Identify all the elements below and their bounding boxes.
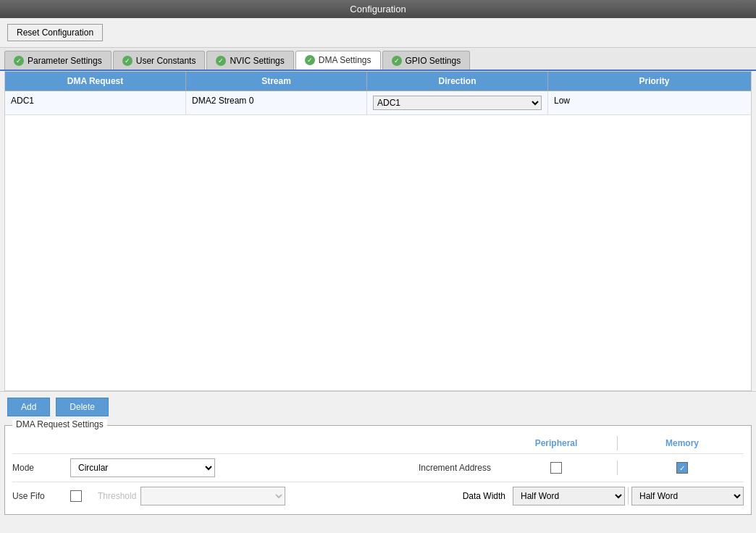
title-bar: Configuration: [0, 0, 756, 18]
cell-priority: Low: [548, 91, 756, 114]
tab-parameter-label: Parameter Settings: [28, 56, 102, 66]
tab-gpio[interactable]: ✓ GPIO Settings: [382, 51, 471, 70]
mode-label: Mode: [12, 463, 70, 473]
direction-select[interactable]: ADC1: [373, 96, 542, 110]
mode-control: Circular Normal: [70, 458, 244, 477]
use-fifo-checkbox[interactable]: [70, 490, 82, 502]
table-empty-area: [5, 115, 751, 390]
data-width-label: Data Width: [463, 491, 505, 501]
cell-stream: DMA2 Stream 0: [186, 91, 367, 114]
data-width-peripheral-select[interactable]: Half Word Byte Word: [513, 487, 625, 505]
tabs-bar: ✓ Parameter Settings ✓ User Constants ✓ …: [0, 48, 756, 71]
threshold-label: Threshold: [98, 491, 136, 501]
mode-select[interactable]: Circular Normal: [70, 458, 215, 477]
peripheral-column-header: Peripheral: [498, 438, 614, 448]
memory-column-header: Memory: [621, 438, 744, 448]
delete-button[interactable]: Delete: [56, 398, 109, 416]
tab-nvic[interactable]: ✓ NVIC Settings: [206, 51, 293, 70]
data-width-memory-select[interactable]: Half Word Byte Word: [631, 487, 744, 505]
col-header-stream: Stream: [186, 72, 367, 91]
add-button[interactable]: Add: [7, 398, 50, 416]
tab-user-constants[interactable]: ✓ User Constants: [113, 51, 206, 70]
mode-row: Mode Circular Normal Increment Address: [12, 453, 744, 482]
tab-gpio-icon: ✓: [392, 56, 402, 66]
toolbar: Reset Configuration: [0, 18, 756, 48]
cell-dma-request: ADC1: [5, 91, 186, 114]
increment-peripheral-checkbox[interactable]: [550, 462, 562, 474]
tab-dma[interactable]: ✓ DMA Settings: [295, 51, 381, 70]
action-buttons-bar: Add Delete: [0, 391, 756, 422]
increment-address-label: Increment Address: [419, 463, 491, 473]
settings-legend: DMA Request Settings: [12, 419, 107, 429]
tab-nvic-label: NVIC Settings: [230, 56, 284, 66]
increment-peripheral-checkbox-area: [498, 462, 614, 474]
tab-dma-label: DMA Settings: [319, 55, 371, 65]
tab-dma-icon: ✓: [305, 55, 315, 65]
tab-parameter-icon: ✓: [14, 56, 24, 66]
tab-user-constants-icon: ✓: [122, 56, 133, 66]
cell-direction[interactable]: ADC1: [367, 91, 548, 114]
tab-user-constants-label: User Constants: [136, 56, 196, 66]
divider: [617, 461, 618, 475]
threshold-select[interactable]: [140, 487, 285, 505]
dma-table-area: DMA Request Stream Direction Priority AD…: [4, 71, 752, 391]
divider2: [628, 487, 629, 505]
table-header: DMA Request Stream Direction Priority: [5, 72, 751, 91]
col-header-direction: Direction: [367, 72, 548, 91]
title-text: Configuration: [350, 4, 406, 14]
col-header-priority: Priority: [548, 72, 756, 91]
table-row: ADC1 DMA2 Stream 0 ADC1 Low: [5, 91, 751, 115]
increment-memory-checkbox[interactable]: ✓: [676, 462, 688, 474]
dma-request-settings: DMA Request Settings Peripheral Memory M…: [4, 425, 752, 515]
reset-configuration-button[interactable]: Reset Configuration: [7, 24, 103, 41]
tab-parameter[interactable]: ✓ Parameter Settings: [4, 51, 112, 70]
col-header-dma-request: DMA Request: [5, 72, 186, 91]
use-fifo-row: Use Fifo Threshold Data Width Half Word …: [12, 482, 744, 510]
tab-gpio-label: GPIO Settings: [406, 56, 461, 66]
use-fifo-label: Use Fifo: [12, 491, 70, 501]
tab-nvic-icon: ✓: [216, 56, 226, 66]
increment-memory-checkbox-area: ✓: [621, 462, 744, 474]
